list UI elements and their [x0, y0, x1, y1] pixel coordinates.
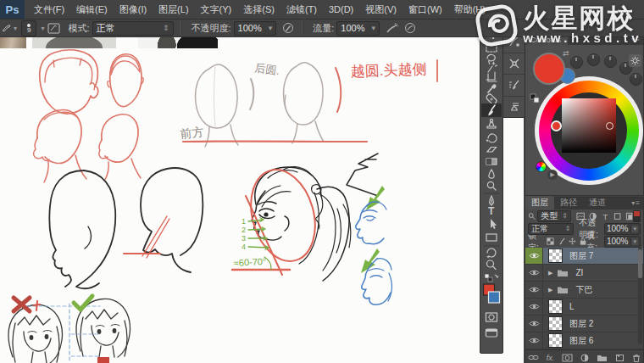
group-expand-caret-icon[interactable]: ▶ — [548, 287, 552, 293]
foreground-color-circle[interactable] — [533, 53, 565, 85]
layers-panel: 图层 路径 通道 ▾≡ 类型 ⇕ T 正常 — [525, 197, 644, 363]
path-selection-tool[interactable] — [491, 219, 497, 229]
filter-toggle-switch[interactable] — [633, 210, 641, 222]
trash-icon[interactable] — [632, 354, 641, 362]
healing-brush-tool[interactable] — [486, 93, 497, 105]
menu-select[interactable]: 选择(S) — [237, 0, 280, 19]
brush-panel-icon[interactable] — [503, 75, 525, 97]
layer-thumbnail[interactable] — [548, 299, 563, 314]
filter-smart-object-icon[interactable] — [625, 212, 633, 221]
visibility-eye-icon[interactable] — [525, 265, 543, 281]
adjustment-layer-icon[interactable] — [580, 354, 589, 362]
layer-row-selected[interactable]: 图层 7 — [525, 248, 643, 265]
visibility-eye-icon[interactable] — [525, 248, 543, 264]
coolorus-knob-1[interactable] — [570, 56, 583, 69]
new-layer-icon[interactable] — [615, 354, 625, 362]
lock-transparent-icon[interactable] — [547, 237, 554, 246]
menu-view[interactable]: 视图(V) — [359, 0, 402, 19]
saturation-marker[interactable] — [606, 122, 613, 130]
brush-size-picker[interactable]: 9 — [21, 20, 36, 36]
screen-mode-icon[interactable] — [486, 329, 497, 337]
clone-stamp-tool[interactable] — [487, 119, 496, 128]
menu-filter[interactable]: 滤镜(T) — [280, 0, 323, 19]
color-wheel[interactable] — [535, 76, 643, 185]
tab-channels[interactable]: 通道 — [583, 196, 612, 209]
toggle-brush-panel-icon[interactable] — [46, 21, 61, 35]
annotation-front: 前方 — [180, 125, 205, 141]
rotate-view-tool[interactable] — [486, 249, 496, 259]
gear-icon[interactable] — [629, 54, 641, 67]
menu-file[interactable]: 文件(F) — [28, 0, 70, 19]
visibility-eye-icon[interactable] — [525, 282, 543, 298]
zoom-tool[interactable] — [487, 260, 497, 270]
layers-opacity-field[interactable]: 100% ▾ — [604, 223, 641, 235]
layer-mask-icon[interactable] — [562, 354, 573, 362]
layer-row[interactable]: L — [525, 299, 643, 316]
layers-fill-field[interactable]: 100% ▾ — [604, 236, 641, 248]
coolorus-knob-5[interactable] — [630, 73, 642, 86]
airbrush-icon[interactable] — [384, 21, 399, 35]
blend-mode-select[interactable]: 正常 ⇕ — [528, 223, 574, 235]
flow-field[interactable]: 100% ▾ — [336, 21, 380, 36]
tab-layers[interactable]: 图层 — [525, 196, 554, 209]
layer-thumbnail[interactable] — [548, 333, 563, 348]
visibility-eye-icon[interactable] — [525, 332, 543, 349]
hue-marker[interactable] — [551, 120, 562, 131]
menu-3d[interactable]: 3D(D) — [323, 0, 359, 19]
type-tool[interactable]: T — [488, 205, 495, 217]
quick-mask-icon[interactable] — [486, 313, 497, 321]
panel-menu-icon[interactable]: ▾≡ — [631, 199, 641, 207]
swap-colors-icon[interactable]: ⇄ — [563, 49, 569, 58]
dodge-tool[interactable] — [487, 182, 496, 190]
layer-row-group[interactable]: ▶ ZI — [525, 265, 643, 282]
play-icon[interactable]: ▶ — [547, 170, 558, 180]
layer-style-fx-icon[interactable]: fx. — [547, 354, 555, 362]
history-brush-tool[interactable] — [486, 134, 497, 142]
filter-type-select[interactable]: 类型 ⇕ — [537, 210, 571, 222]
link-layers-icon[interactable] — [528, 354, 539, 361]
eyedropper-tool[interactable] — [488, 84, 497, 92]
menu-layer[interactable]: 图层(L) — [153, 0, 194, 19]
default-colors-icon[interactable] — [485, 274, 498, 282]
menu-window[interactable]: 窗口(W) — [402, 0, 448, 19]
pressure-size-icon[interactable] — [402, 21, 418, 35]
eraser-tool[interactable] — [487, 148, 497, 153]
layer-row[interactable]: 图层 6 — [525, 332, 643, 349]
menu-type[interactable]: 文字(Y) — [195, 0, 238, 19]
lock-position-icon[interactable] — [569, 237, 576, 246]
opacity-field[interactable]: 100% ▾ — [234, 21, 277, 36]
color-mode-wheel-icon[interactable] — [536, 161, 547, 172]
visibility-eye-icon[interactable] — [525, 299, 543, 315]
tool-presets-panel-icon[interactable] — [503, 53, 525, 75]
gradient-tool[interactable] — [486, 159, 497, 165]
menu-edit[interactable]: 编辑(E) — [70, 0, 114, 19]
mode-select[interactable]: 正常 ⇕ — [92, 21, 174, 36]
clone-source-panel-icon[interactable] — [503, 97, 525, 118]
rectangle-tool[interactable] — [486, 234, 497, 241]
layer-thumbnail[interactable] — [548, 316, 563, 331]
blur-tool[interactable] — [489, 170, 494, 178]
canvas[interactable]: 后圆. 前方 越圆.头越侧 — [0, 36, 524, 363]
layer-thumbnail[interactable] — [548, 249, 563, 263]
layer-row[interactable]: 图层 2 — [525, 316, 643, 332]
coolorus-knob-3[interactable] — [604, 55, 617, 68]
coolorus-knob-2[interactable] — [587, 53, 600, 66]
lock-paint-icon[interactable] — [558, 237, 566, 246]
flow-value: 100% — [341, 23, 364, 33]
pressure-opacity-icon[interactable] — [280, 21, 296, 35]
group-expand-caret-icon[interactable]: ▶ — [548, 270, 552, 276]
filter-shape-layers-icon[interactable] — [613, 212, 621, 221]
background-color-swatch[interactable] — [489, 292, 500, 303]
pen-tool[interactable] — [490, 196, 494, 205]
crop-tool[interactable] — [486, 72, 497, 81]
menu-image[interactable]: 图像(I) — [114, 0, 153, 19]
default-colors-mini-icon[interactable] — [530, 92, 540, 107]
tab-paths[interactable]: 路径 — [554, 196, 583, 209]
brush-tool-preset-icon[interactable]: ▾ — [2, 21, 17, 35]
layers-scrollbar[interactable] — [638, 248, 642, 344]
visibility-eye-icon[interactable] — [525, 316, 543, 332]
layer-name: 图层 6 — [569, 335, 593, 347]
layer-row-group[interactable]: ▶ 下巴 — [525, 282, 643, 299]
new-group-icon[interactable] — [597, 354, 608, 362]
filter-type-layers-icon[interactable]: T — [602, 212, 609, 221]
